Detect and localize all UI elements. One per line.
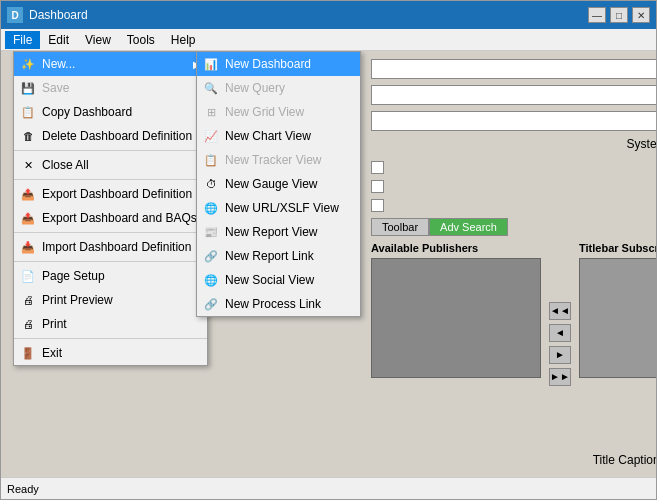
publishers-section: Available Publishers ◄◄ ◄ ► ►► Titlebar … [371,242,656,445]
status-text: Ready [7,483,39,495]
title-caption-label: Title Caption: [593,453,656,467]
arrow-btn-1[interactable]: ◄◄ [549,302,571,320]
subscribers-box [579,258,656,378]
menu-view[interactable]: View [77,31,119,49]
arrow-btn-3[interactable]: ► [549,346,571,364]
tab-adv-search[interactable]: Adv Search [429,218,508,236]
subscribers-col: Titlebar Subscribers [579,242,656,445]
minimize-button[interactable]: — [588,7,606,23]
publishers-col: Available Publishers [371,242,541,445]
arrow-btn-4[interactable]: ►► [549,368,571,386]
input-row-2 [371,85,656,105]
maximize-button[interactable]: □ [610,7,628,23]
dashboard-extra-input[interactable] [371,111,656,131]
main-content: System Dashboard: Toolbar Adv Se [1,51,656,477]
publishers-label: Available Publishers [371,242,541,254]
system-dashboard-label: System Dashboard: [627,137,656,151]
arrow-btn-2[interactable]: ◄ [549,324,571,342]
dashboard-desc-input[interactable] [371,85,656,105]
window: D Dashboard — □ ✕ File Edit View Tools H… [0,0,657,500]
system-dashboard-row: System Dashboard: [371,137,656,151]
tabs-row: Toolbar Adv Search [371,218,656,236]
checkbox-2[interactable] [371,180,384,193]
subscribers-label: Titlebar Subscribers [579,242,656,254]
titlebar-controls: — □ ✕ [588,7,650,23]
title-caption-row: Title Caption: [371,451,656,469]
arrows-col: ◄◄ ◄ ► ►► [549,242,571,445]
dashboard-name-input[interactable] [371,59,656,79]
menubar: File Edit View Tools Help [1,29,656,51]
tab-toolbar[interactable]: Toolbar [371,218,429,236]
statusbar: Ready [1,477,656,499]
input-row-3 [371,111,656,131]
menu-edit[interactable]: Edit [40,31,77,49]
titlebar: D Dashboard — □ ✕ [1,1,656,29]
app-icon: D [7,7,23,23]
checkbox-3[interactable] [371,199,384,212]
publishers-box [371,258,541,378]
input-row-1 [371,59,656,79]
close-button[interactable]: ✕ [632,7,650,23]
background-area: System Dashboard: Toolbar Adv Se [1,51,656,477]
checkbox-1[interactable] [371,161,384,174]
window-title: Dashboard [29,8,588,22]
menu-help[interactable]: Help [163,31,204,49]
menu-file[interactable]: File [5,31,40,49]
menu-tools[interactable]: Tools [119,31,163,49]
